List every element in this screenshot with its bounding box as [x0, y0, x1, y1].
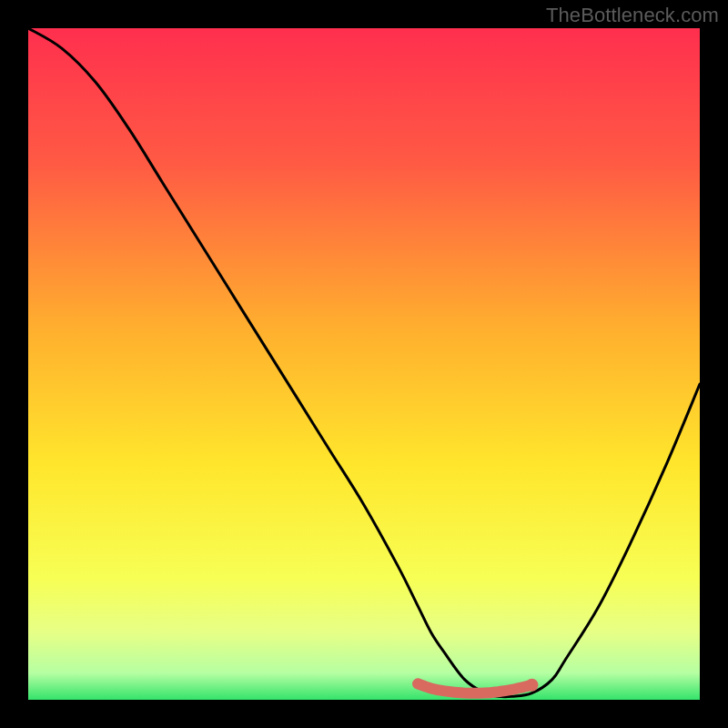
- chart-frame: [28, 28, 700, 700]
- chart-svg: [28, 28, 700, 700]
- watermark-text: TheBottleneck.com: [546, 4, 719, 27]
- optimal-point-marker: [526, 679, 539, 692]
